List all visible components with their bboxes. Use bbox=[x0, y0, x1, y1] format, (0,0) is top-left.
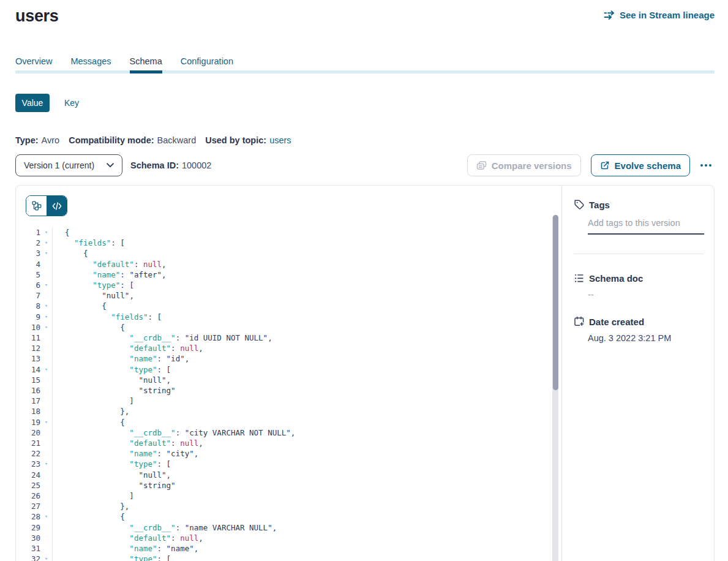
fold-spacer bbox=[40, 480, 52, 491]
code-line: 22 "name": "city", bbox=[16, 448, 543, 459]
tags-title: Tags bbox=[589, 200, 610, 210]
code-line: 26 ] bbox=[16, 491, 543, 501]
see-in-stream-lineage-link[interactable]: See in Stream lineage bbox=[604, 10, 715, 20]
version-select[interactable]: Version 1 (current) bbox=[15, 154, 122, 176]
code-line: 10▾ { bbox=[16, 322, 543, 333]
line-number: 24 bbox=[16, 470, 40, 480]
value-tab-button[interactable]: Value bbox=[15, 94, 50, 112]
compare-versions-icon bbox=[476, 161, 487, 170]
code-line: 27 }, bbox=[16, 501, 543, 511]
line-number: 29 bbox=[16, 522, 40, 533]
code-text: "null", bbox=[52, 290, 134, 301]
used-by-topic-link[interactable]: users bbox=[269, 135, 291, 145]
code-view-button[interactable] bbox=[47, 196, 67, 216]
fold-spacer bbox=[40, 522, 52, 533]
code-text: { bbox=[52, 417, 125, 427]
code-text: "null", bbox=[52, 470, 171, 480]
code-line: 30 "default": null, bbox=[16, 533, 543, 543]
evolve-schema-button[interactable]: Evolve schema bbox=[591, 154, 690, 176]
code-line: 21 "default": null, bbox=[16, 438, 543, 448]
line-number: 20 bbox=[16, 427, 40, 438]
fold-toggle-icon[interactable]: ▾ bbox=[40, 227, 52, 238]
sidebar-divider bbox=[574, 254, 704, 254]
fold-spacer bbox=[40, 269, 52, 280]
fold-toggle-icon[interactable]: ▾ bbox=[40, 459, 52, 469]
line-number: 8 bbox=[16, 301, 40, 311]
code-line: 20 "__crdb__": "city VARCHAR NOT NULL", bbox=[16, 427, 543, 438]
tab-schema[interactable]: Schema bbox=[130, 56, 162, 73]
fold-spacer bbox=[40, 343, 52, 353]
code-line: 2▾ "fields": [ bbox=[16, 238, 543, 248]
fold-toggle-icon[interactable]: ▾ bbox=[40, 417, 52, 427]
stream-lineage-icon bbox=[604, 10, 615, 20]
code-line: 9▾ "fields": [ bbox=[16, 312, 543, 322]
line-number: 12 bbox=[16, 343, 40, 353]
code-line: 19▾ { bbox=[16, 417, 543, 427]
code-text: ] bbox=[52, 396, 134, 406]
code-text: { bbox=[52, 322, 125, 333]
add-tags-input[interactable] bbox=[588, 218, 704, 235]
page-title: users bbox=[15, 5, 59, 27]
line-number: 27 bbox=[16, 501, 40, 511]
line-number: 11 bbox=[16, 333, 40, 343]
compare-versions-button[interactable]: Compare versions bbox=[467, 154, 581, 176]
code-line: 13 "name": "id", bbox=[16, 353, 543, 364]
editor-scrollbar-thumb[interactable] bbox=[553, 215, 558, 390]
line-number: 1 bbox=[16, 227, 40, 238]
code-text: "name": "name", bbox=[52, 543, 198, 554]
schema-doc-value: -- bbox=[588, 290, 704, 299]
fold-toggle-icon[interactable]: ▾ bbox=[40, 301, 52, 311]
code-line: 12 "default": null, bbox=[16, 343, 543, 353]
fold-toggle-icon[interactable]: ▾ bbox=[40, 312, 52, 322]
code-text: "fields": [ bbox=[52, 238, 125, 248]
code-line: 4 "default": null, bbox=[16, 259, 543, 269]
code-text: "fields": [ bbox=[52, 312, 162, 322]
fold-toggle-icon[interactable]: ▾ bbox=[40, 248, 52, 258]
fold-toggle-icon[interactable]: ▾ bbox=[40, 511, 52, 522]
fold-toggle-icon[interactable]: ▾ bbox=[40, 554, 52, 561]
code-text: "default": null, bbox=[52, 343, 203, 353]
line-number: 6 bbox=[16, 280, 40, 290]
line-number: 25 bbox=[16, 480, 40, 491]
line-number: 28 bbox=[16, 511, 40, 522]
line-number: 30 bbox=[16, 533, 40, 543]
schema-doc-section-header: Schema doc bbox=[574, 273, 704, 284]
code-text: { bbox=[52, 248, 88, 258]
code-line: 24 "null", bbox=[16, 470, 543, 480]
code-text: "default": null, bbox=[52, 438, 203, 448]
key-tab-button[interactable]: Key bbox=[64, 98, 79, 108]
fold-toggle-icon[interactable]: ▾ bbox=[40, 280, 52, 290]
chevron-down-icon bbox=[107, 163, 114, 168]
code-text: "null", bbox=[52, 375, 171, 385]
fold-toggle-icon[interactable]: ▾ bbox=[40, 238, 52, 248]
fold-spacer bbox=[40, 259, 52, 269]
code-text: "string" bbox=[52, 480, 176, 491]
version-select-value: Version 1 (current) bbox=[24, 160, 94, 170]
line-number: 21 bbox=[16, 438, 40, 448]
code-text: { bbox=[52, 227, 70, 238]
fold-toggle-icon[interactable]: ▾ bbox=[40, 322, 52, 333]
code-line: 31 "name": "name", bbox=[16, 543, 543, 554]
line-number: 5 bbox=[16, 269, 40, 280]
line-number: 13 bbox=[16, 353, 40, 364]
fold-spacer bbox=[40, 448, 52, 459]
code-text: "__crdb__": "id UUID NOT NULL", bbox=[52, 333, 272, 343]
fold-spacer bbox=[40, 438, 52, 448]
more-actions-button[interactable] bbox=[697, 160, 715, 170]
line-number: 31 bbox=[16, 543, 40, 554]
code-text: "name": "id", bbox=[52, 353, 189, 364]
line-number: 4 bbox=[16, 259, 40, 269]
code-text: "type": [ bbox=[52, 554, 171, 561]
line-number: 9 bbox=[16, 312, 40, 322]
code-line: 14▾ "type": [ bbox=[16, 364, 543, 375]
code-text: "name": "city", bbox=[52, 448, 198, 459]
editor-view-toggle bbox=[26, 195, 67, 216]
editor-scrollbar-track[interactable] bbox=[552, 215, 558, 561]
type-value: Avro bbox=[42, 135, 60, 145]
fold-toggle-icon[interactable]: ▾ bbox=[40, 364, 52, 375]
used-by-topic-label: Used by topic: bbox=[205, 135, 266, 145]
code-text: "type": [ bbox=[52, 364, 171, 375]
tree-view-button[interactable] bbox=[26, 196, 47, 216]
code-text: { bbox=[52, 301, 107, 311]
fold-spacer bbox=[40, 406, 52, 416]
